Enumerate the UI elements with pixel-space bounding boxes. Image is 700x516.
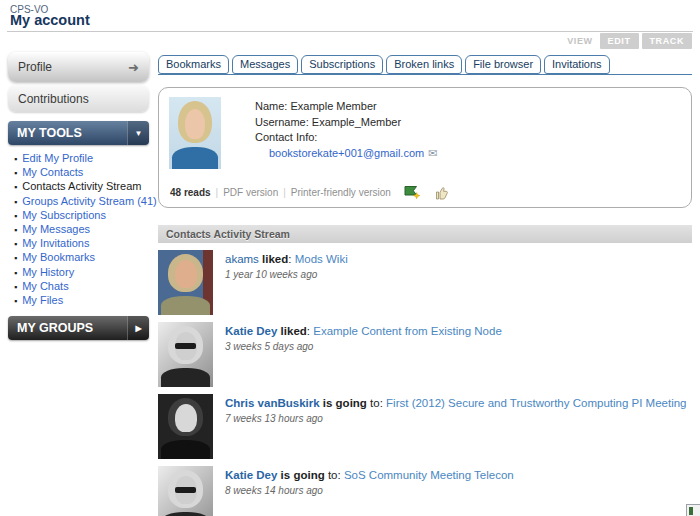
- contributions-tab-label: Contributions: [18, 92, 89, 106]
- target-link[interactable]: SoS Community Meeting Telecon: [344, 469, 514, 481]
- target-link[interactable]: First (2012) Secure and Trustworthy Comp…: [386, 397, 686, 409]
- my-groups-header[interactable]: MY GROUPS ▶: [8, 316, 149, 340]
- email-link[interactable]: bookstorekate+001@gmail.com: [269, 147, 424, 159]
- content-tab[interactable]: File browser: [465, 55, 541, 74]
- envelope-icon[interactable]: ✉: [428, 147, 437, 159]
- activity-verb-rest: to:: [325, 469, 344, 481]
- content-tab[interactable]: Bookmarks: [158, 55, 229, 74]
- my-tools-list: Edit My Profile My Contacts Contacts Act…: [14, 152, 149, 308]
- avatar-torso: [172, 147, 219, 169]
- my-tools-label: MY TOOLS: [17, 126, 82, 140]
- activity-text: Katie Dey liked: Example Content from Ex…: [225, 322, 502, 387]
- activity-avatar[interactable]: [158, 466, 213, 516]
- user-link[interactable]: Katie Dey: [225, 325, 277, 337]
- avatar-glasses: [175, 415, 196, 422]
- content-tabs: Bookmarks Messages Subscriptions Broken …: [158, 55, 692, 75]
- activity-timestamp: 7 weeks 13 hours ago: [225, 413, 687, 424]
- header-divider: [7, 31, 693, 32]
- reads-count: 48 reads: [170, 187, 211, 198]
- activity-verb: is going: [320, 397, 367, 409]
- sidebar-tab-profile[interactable]: Profile ➜: [8, 52, 149, 82]
- content-tab[interactable]: Broken links: [386, 55, 462, 74]
- main-content: Bookmarks Messages Subscriptions Broken …: [158, 55, 692, 516]
- activity-avatar[interactable]: [158, 250, 213, 315]
- activity-verb: liked: [259, 253, 288, 265]
- admin-tab[interactable]: TRACK: [642, 33, 693, 49]
- activity-line: Katie Dey liked: Example Content from Ex…: [225, 325, 502, 337]
- activity-item: Katie Dey liked: Example Content from Ex…: [158, 322, 692, 387]
- my-tools-header[interactable]: MY TOOLS ▼: [8, 121, 149, 145]
- admin-tab[interactable]: EDIT: [600, 33, 639, 49]
- activity-text: Katie Dey is going to: SoS Community Mee…: [225, 466, 514, 516]
- page-corner-widget[interactable]: [686, 504, 700, 516]
- content-tab[interactable]: Subscriptions: [301, 55, 383, 74]
- avatar-glasses: [175, 487, 196, 494]
- view-edit-track-tabs: VIEW EDIT TRACK: [563, 33, 692, 49]
- chevron-down-icon[interactable]: ▼: [127, 121, 149, 145]
- name-label: Name:: [255, 100, 287, 112]
- content-tab[interactable]: Messages: [232, 55, 298, 74]
- profile-card: Name: Example Member Username: Example_M…: [158, 87, 692, 208]
- page-title: My account: [10, 12, 90, 28]
- username-row: Username: Example_Member: [255, 115, 681, 131]
- pdf-version-link[interactable]: PDF version: [223, 187, 278, 198]
- contact-label: Contact Info:: [255, 131, 317, 143]
- target-link[interactable]: Mods Wiki: [295, 253, 348, 265]
- activity-timestamp: 3 weeks 5 days ago: [225, 341, 502, 352]
- sidebar-link[interactable]: My Subscriptions: [14, 209, 149, 223]
- activity-line: Katie Dey is going to: SoS Community Mee…: [225, 469, 514, 481]
- activity-item: akams liked: Mods Wiki 1 year 10 weeks a…: [158, 250, 692, 315]
- activity-item: Katie Dey is going to: SoS Community Mee…: [158, 466, 692, 516]
- profile-photo: [169, 97, 221, 169]
- user-link[interactable]: Chris vanBuskirk: [225, 397, 320, 409]
- sidebar-link[interactable]: My Files: [14, 294, 149, 308]
- sidebar-link[interactable]: My Invitations: [14, 237, 149, 251]
- avatar-torso: [161, 296, 211, 316]
- card-footer: 48 reads | PDF version | Printer-friendl…: [170, 185, 448, 200]
- activity-verb-rest: to:: [367, 397, 386, 409]
- activity-verb: liked: [277, 325, 306, 337]
- sidebar-link[interactable]: My History: [14, 266, 149, 280]
- sidebar-link[interactable]: My Chats: [14, 280, 149, 294]
- profile-info: Name: Example Member Username: Example_M…: [255, 97, 681, 161]
- name-value: Example Member: [290, 100, 376, 112]
- avatar-torso: [161, 368, 211, 388]
- activity-text: akams liked: Mods Wiki 1 year 10 weeks a…: [225, 250, 348, 315]
- username-label: Username:: [255, 116, 309, 128]
- content-tab[interactable]: Invitations: [544, 55, 610, 74]
- printer-friendly-link[interactable]: Printer-friendly version: [291, 187, 391, 198]
- sidebar-link[interactable]: My Bookmarks: [14, 251, 149, 265]
- admin-tab[interactable]: VIEW: [563, 33, 596, 49]
- sidebar-link[interactable]: Edit My Profile: [14, 152, 149, 166]
- activity-timestamp: 1 year 10 weeks ago: [225, 269, 348, 280]
- activity-timestamp: 8 weeks 14 hours ago: [225, 485, 514, 496]
- avatar-glasses: [175, 343, 196, 350]
- avatar-glasses: [185, 120, 205, 127]
- avatar-glasses: [175, 271, 196, 278]
- sidebar-tab-contributions[interactable]: Contributions: [8, 85, 149, 112]
- activity-stream: akams liked: Mods Wiki 1 year 10 weeks a…: [158, 250, 692, 516]
- user-link[interactable]: akams: [225, 253, 259, 265]
- stream-section-header: Contacts Activity Stream: [158, 225, 692, 243]
- target-link[interactable]: Example Content from Existing Node: [313, 325, 502, 337]
- chevron-right-icon[interactable]: ▶: [127, 316, 149, 340]
- profile-tab-label: Profile: [18, 60, 52, 74]
- sidebar: Profile ➜ Contributions MY TOOLS ▼ Edit …: [8, 52, 149, 340]
- name-row: Name: Example Member: [255, 99, 681, 115]
- activity-text: Chris vanBuskirk is going to: First (201…: [225, 394, 687, 459]
- activity-avatar[interactable]: [158, 322, 213, 387]
- email-row: bookstorekate+001@gmail.com✉: [269, 146, 681, 162]
- sidebar-link[interactable]: Groups Activity Stream (41): [14, 195, 149, 209]
- sidebar-link[interactable]: My Contacts: [14, 166, 149, 180]
- sidebar-link[interactable]: My Messages: [14, 223, 149, 237]
- avatar-torso: [161, 440, 211, 460]
- thumbs-up-icon[interactable]: [434, 185, 448, 200]
- activity-line: akams liked: Mods Wiki: [225, 253, 348, 265]
- bookmark-flag-icon[interactable]: [404, 185, 421, 200]
- activity-avatar[interactable]: [158, 394, 213, 459]
- activity-item: Chris vanBuskirk is going to: First (201…: [158, 394, 692, 459]
- sidebar-link[interactable]: Contacts Activity Stream: [14, 180, 149, 194]
- user-link[interactable]: Katie Dey: [225, 469, 277, 481]
- username-value: Example_Member: [312, 116, 401, 128]
- my-groups-label: MY GROUPS: [17, 321, 93, 335]
